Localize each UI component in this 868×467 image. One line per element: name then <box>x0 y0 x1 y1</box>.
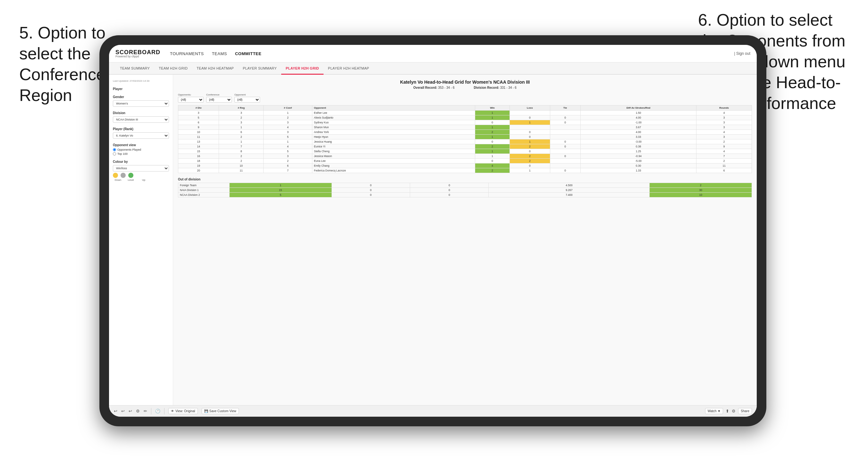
out-cell-diff: 4.500 <box>489 183 650 188</box>
player-rank-select[interactable]: 6. Katelyn Vo <box>113 132 169 139</box>
col-conf: # Conf <box>264 105 312 111</box>
table-row: 14 7 4 Eunice Yi 2 2 0 0.38 9 <box>178 144 752 149</box>
nav-committee[interactable]: COMMITTEE <box>235 50 262 57</box>
share-btn[interactable]: Share <box>738 408 752 414</box>
out-cell-rounds: 30 <box>650 188 752 193</box>
settings-icon[interactable]: ⚙ <box>136 409 140 413</box>
cell-diff: 4.00 <box>580 115 696 120</box>
cell-win: 2 <box>475 144 509 149</box>
edit-icon[interactable]: ✏ <box>144 409 147 413</box>
save-custom-label: Save Custom View <box>209 409 236 413</box>
filter-opponent-sublabel: Opponent <box>235 93 260 96</box>
out-table-body: Foreign Team 1 0 0 4.500 2 NAIA Division… <box>178 183 752 197</box>
cell-reg: 2 <box>219 154 264 159</box>
gender-select[interactable]: Women's <box>113 100 169 107</box>
watch-btn[interactable]: Watch ▼ <box>705 408 723 414</box>
cell-rounds: 4 <box>696 111 752 115</box>
nav-teams[interactable]: TEAMS <box>212 50 227 57</box>
watch-label: Watch ▼ <box>708 409 721 413</box>
filter-conference-select[interactable]: (All) <box>206 97 232 102</box>
out-table-row: NCAA Division 2 5 0 0 7.400 10 <box>178 193 752 197</box>
dot-gray <box>121 173 126 178</box>
colour-label-up: Up <box>138 179 149 181</box>
cell-reg: 3 <box>219 111 264 115</box>
cell-rounds: 7 <box>696 154 752 159</box>
sub-nav-player-summary[interactable]: PLAYER SUMMARY <box>238 62 281 75</box>
nav-items: TOURNAMENTS TEAMS COMMITTEE <box>170 50 725 57</box>
cell-conf: 3 <box>264 154 312 159</box>
table-row: 13 1 1 Jessica Huang 0 1 0 -3.00 2 <box>178 139 752 144</box>
cell-name: Alexis Sudjianto <box>312 115 475 120</box>
cell-diff: -5.00 <box>580 159 696 163</box>
undo-icon[interactable]: ↩ <box>114 409 117 413</box>
redo-icon[interactable]: ↩ <box>121 409 125 413</box>
sub-nav-player-h2h-heatmap[interactable]: PLAYER H2H HEATMAP <box>323 62 374 75</box>
sub-nav-player-h2h-grid[interactable]: PLAYER H2H GRID <box>281 62 323 75</box>
cell-conf: 4 <box>264 125 312 130</box>
cell-div: 10 <box>178 130 219 135</box>
cell-loss: 2 <box>510 144 550 149</box>
cell-tie: 0 <box>550 154 580 159</box>
filter-opponent-select[interactable]: (All) <box>235 97 260 102</box>
out-cell-name: NAIA Division 1 <box>178 188 229 193</box>
nav-right: | Sign out <box>734 51 750 56</box>
player-rank-label: Player (Rank) <box>113 127 169 131</box>
settings2-icon[interactable]: ⚙ <box>732 409 736 413</box>
cell-tie <box>550 149 580 154</box>
undo2-icon[interactable]: ↩ <box>129 409 132 413</box>
table-row: 3 3 1 Esther Lee 1 1.50 4 <box>178 111 752 115</box>
cell-name: Stella Cheng <box>312 149 475 154</box>
sub-nav-team-h2h-heatmap[interactable]: TEAM H2H HEATMAP <box>192 62 238 75</box>
top100-radio[interactable]: Top 100 <box>113 152 169 155</box>
col-win: Win <box>475 105 509 111</box>
out-cell-win: 15 <box>229 188 332 193</box>
cell-conf: 7 <box>264 168 312 173</box>
colour-label-level: Level <box>126 179 136 181</box>
table-row: 10 6 3 Andrea York 2 0 4.00 4 <box>178 130 752 135</box>
sign-out-link[interactable]: | Sign out <box>734 51 750 56</box>
cell-name: Andrea York <box>312 130 475 135</box>
save-custom-btn[interactable]: 💾 Save Custom View <box>202 408 239 414</box>
sub-nav-team-summary[interactable]: TEAM SUMMARY <box>116 62 154 75</box>
clock-icon[interactable]: 🕐 <box>155 409 160 413</box>
sub-nav-team-h2h-grid[interactable]: TEAM H2H GRID <box>154 62 192 75</box>
cell-tie: 0 <box>550 144 580 149</box>
cell-loss: 2 <box>510 154 550 159</box>
division-select[interactable]: NCAA Division III <box>113 116 169 123</box>
cell-div: 16 <box>178 154 219 159</box>
cell-conf: 1 <box>264 111 312 115</box>
sidebar-division-section: Division NCAA Division III <box>113 111 169 123</box>
tablet: SCOREBOARD Powered by clippd TOURNAMENTS… <box>99 35 766 426</box>
colour-labels: Down Level Up <box>113 179 169 181</box>
filter-opponents-label-col: Opponents: (All) <box>178 93 204 102</box>
grid-title: Katelyn Vo Head-to-Head Grid for Women's… <box>178 80 752 85</box>
view-original-btn[interactable]: 👁 View: Original <box>168 408 198 414</box>
cell-reg: 10 <box>219 163 264 168</box>
cell-name: Emily Chang <box>312 163 475 168</box>
division-label: Division <box>113 111 169 115</box>
cell-loss: 0 <box>510 163 550 168</box>
colour-by-select[interactable]: Win/loss <box>113 165 169 172</box>
col-rounds: Rounds <box>696 105 752 111</box>
colour-by-label: Colour by <box>113 160 169 163</box>
cell-loss: 1 <box>510 139 550 144</box>
table-row: 16 2 3 Jessica Mason 1 2 0 -0.94 7 <box>178 154 752 159</box>
opponents-played-radio[interactable]: Opponents Played <box>113 148 169 151</box>
col-diff: Diff Av Strokes/Rnd <box>580 105 696 111</box>
data-table: # Div # Reg # Conf Opponent Win Loss Tie… <box>178 105 752 173</box>
cell-tie: 0 <box>550 120 580 125</box>
cell-conf: 6 <box>264 163 312 168</box>
cell-rounds: 11 <box>696 163 752 168</box>
cell-loss: 0 <box>510 115 550 120</box>
cell-win: 1 <box>475 154 509 159</box>
cell-diff: 0.38 <box>580 144 696 149</box>
filter-conference-sublabel: Conference <box>206 93 232 96</box>
cell-conf: 4 <box>264 144 312 149</box>
nav-tournaments[interactable]: TOURNAMENTS <box>170 50 204 57</box>
cell-diff: 0.30 <box>580 163 696 168</box>
gender-label: Gender <box>113 95 169 99</box>
cell-diff: -1.00 <box>580 120 696 125</box>
sub-nav: TEAM SUMMARY TEAM H2H GRID TEAM H2H HEAT… <box>109 62 757 75</box>
out-cell-win: 5 <box>229 193 332 197</box>
filter-region-select[interactable]: (All) <box>178 97 204 102</box>
